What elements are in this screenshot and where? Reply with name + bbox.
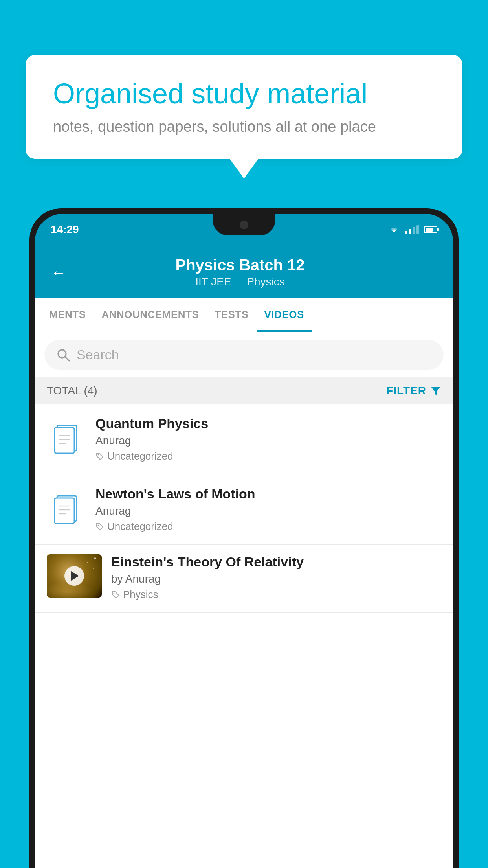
play-button[interactable] xyxy=(64,566,84,586)
svg-line-1 xyxy=(65,357,69,361)
speech-bubble-subtext: notes, question papers, solutions all at… xyxy=(53,118,435,135)
svg-point-14 xyxy=(98,524,99,526)
header-subtitle-part1: IIT JEE xyxy=(195,276,231,288)
search-icon xyxy=(56,348,70,362)
video-thumbnail xyxy=(47,554,102,598)
video-tag: Uncategorized xyxy=(95,450,441,462)
tab-tests[interactable]: TESTS xyxy=(207,298,256,332)
app-header: ← Physics Batch 12 IIT JEE Physics xyxy=(35,245,453,298)
video-info: Quantum Physics Anurag Uncategorized xyxy=(95,416,441,462)
header-title-area: Physics Batch 12 IIT JEE Physics xyxy=(76,256,404,288)
svg-rect-4 xyxy=(55,428,74,453)
video-title: Newton's Laws of Motion xyxy=(95,486,441,502)
file-icon-container xyxy=(47,417,86,461)
app-screen: ← Physics Batch 12 IIT JEE Physics MENTS xyxy=(35,245,453,868)
tabs-bar: MENTS ANNOUNCEMENTS TESTS VIDEOS xyxy=(35,298,453,332)
phone-frame: 14:29 xyxy=(29,208,459,868)
tab-ments[interactable]: MENTS xyxy=(41,298,94,332)
header-subtitle-part2: Physics xyxy=(247,276,284,288)
video-author: by Anurag xyxy=(111,573,441,585)
back-button[interactable]: ← xyxy=(51,265,66,280)
video-title: Quantum Physics xyxy=(95,416,441,431)
signal-icon xyxy=(405,225,419,234)
total-count: TOTAL (4) xyxy=(47,384,97,397)
list-item[interactable]: Quantum Physics Anurag Uncategorized xyxy=(35,404,453,474)
notch xyxy=(213,214,275,235)
speech-bubble: Organised study material notes, question… xyxy=(26,55,462,159)
svg-marker-2 xyxy=(431,387,440,395)
status-time: 14:29 xyxy=(51,223,79,236)
tag-icon xyxy=(111,590,120,599)
file-icon xyxy=(51,492,81,527)
video-list: Quantum Physics Anurag Uncategorized xyxy=(35,404,453,868)
play-triangle xyxy=(71,571,79,581)
svg-point-8 xyxy=(98,454,99,455)
search-container: Search xyxy=(35,332,453,377)
video-tag: Physics xyxy=(111,588,441,601)
list-item[interactable]: Einstein's Theory Of Relativity by Anura… xyxy=(35,545,453,613)
status-icons xyxy=(388,225,437,234)
filter-label: FILTER xyxy=(386,384,426,397)
filter-bar: TOTAL (4) FILTER xyxy=(35,377,453,404)
camera-dot xyxy=(240,221,248,229)
planet-visual xyxy=(47,554,102,598)
tab-videos[interactable]: VIDEOS xyxy=(257,298,312,332)
search-input-placeholder[interactable]: Search xyxy=(77,347,119,362)
file-icon xyxy=(51,421,81,457)
filter-button[interactable]: FILTER xyxy=(386,384,441,397)
file-icon-container xyxy=(47,488,86,531)
tag-label: Uncategorized xyxy=(107,450,173,462)
tag-icon xyxy=(95,522,104,531)
filter-icon xyxy=(430,385,441,396)
search-bar[interactable]: Search xyxy=(44,340,444,370)
header-subtitle: IIT JEE Physics xyxy=(76,276,404,288)
phone-inner: 14:29 xyxy=(35,214,453,868)
video-author: Anurag xyxy=(95,434,441,447)
svg-point-15 xyxy=(114,592,115,594)
header-title: Physics Batch 12 xyxy=(76,256,404,274)
wifi-icon xyxy=(388,225,400,234)
speech-bubble-container: Organised study material notes, question… xyxy=(26,55,462,159)
video-author: Anurag xyxy=(95,505,441,517)
speech-bubble-heading: Organised study material xyxy=(53,77,435,110)
list-item[interactable]: Newton's Laws of Motion Anurag Uncategor… xyxy=(35,474,453,545)
tab-announcements[interactable]: ANNOUNCEMENTS xyxy=(94,298,207,332)
battery-icon xyxy=(424,226,437,233)
status-bar: 14:29 xyxy=(35,214,453,245)
tag-icon xyxy=(95,452,104,461)
video-info: Einstein's Theory Of Relativity by Anura… xyxy=(111,554,441,601)
svg-rect-10 xyxy=(55,498,74,524)
video-tag: Uncategorized xyxy=(95,520,441,533)
video-title: Einstein's Theory Of Relativity xyxy=(111,554,441,570)
tag-label: Uncategorized xyxy=(107,520,173,533)
tag-label: Physics xyxy=(123,588,158,601)
video-info: Newton's Laws of Motion Anurag Uncategor… xyxy=(95,486,441,533)
